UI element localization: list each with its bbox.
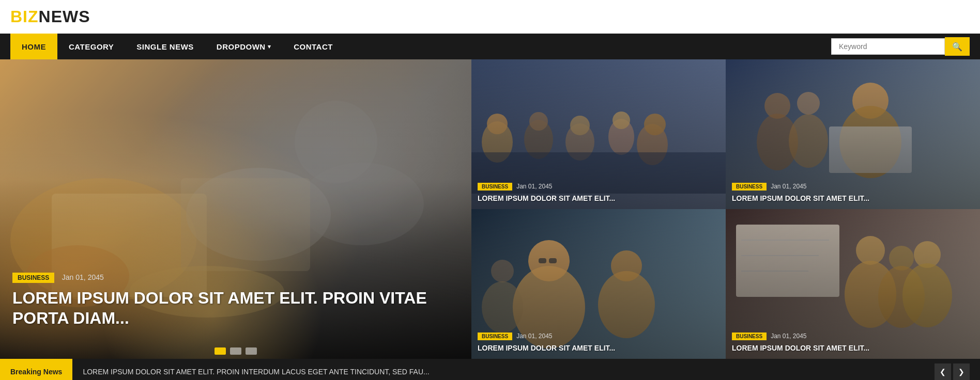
card-4-title: LOREM IPSUM DOLOR SIT AMET ELIT... [732, 343, 974, 353]
search-box: 🔍 [831, 37, 970, 56]
search-icon: 🔍 [952, 42, 962, 51]
breaking-news-bar: Breaking News LOREM IPSUM DOLOR SIT AMET… [0, 359, 980, 380]
nav-item-contact[interactable]: CONTACT [282, 34, 344, 59]
nav-links: HOME CATEGORY SINGLE NEWS DROPDOWN ▾ CON… [10, 34, 344, 59]
hero-date: Jan 01, 2045 [62, 273, 104, 281]
card-1-date: Jan 01, 2045 [516, 183, 552, 190]
card-2-badge: BUSINESS [732, 183, 767, 191]
card-1-badge: BUSINESS [478, 183, 512, 191]
card-2-text: BUSINESS Jan 01, 2045 LOREM IPSUM DOLOR … [732, 183, 974, 203]
news-card-1[interactable]: BUSINESS Jan 01, 2045 LOREM IPSUM DOLOR … [471, 59, 726, 209]
breaking-text: LOREM IPSUM DOLOR SIT AMET ELIT. PROIN I… [72, 368, 935, 376]
breaking-next-button[interactable]: ❯ [953, 363, 970, 380]
nav-item-dropdown[interactable]: DROPDOWN ▾ [205, 34, 282, 59]
navbar: HOME CATEGORY SINGLE NEWS DROPDOWN ▾ CON… [0, 34, 980, 59]
site-header: BIZNEWS [0, 0, 980, 34]
card-1-text: BUSINESS Jan 01, 2045 LOREM IPSUM DOLOR … [478, 183, 719, 203]
news-card-2[interactable]: BUSINESS Jan 01, 2045 LOREM IPSUM DOLOR … [726, 59, 980, 209]
slider-dots [215, 347, 257, 355]
hero-title: LOREM IPSUM DOLOR SIT AMET ELIT. PROIN V… [12, 288, 459, 328]
card-4-text: BUSINESS Jan 01, 2045 LOREM IPSUM DOLOR … [732, 332, 974, 353]
card-1-meta: BUSINESS Jan 01, 2045 [478, 183, 719, 191]
slider-dot-1[interactable] [215, 347, 226, 355]
svg-point-5 [295, 101, 377, 183]
card-3-meta: BUSINESS Jan 01, 2045 [478, 332, 719, 340]
nav-item-category[interactable]: CATEGORY [57, 34, 125, 59]
breaking-prev-button[interactable]: ❮ [935, 363, 951, 380]
site-logo[interactable]: BIZNEWS [10, 7, 90, 26]
card-4-badge: BUSINESS [732, 332, 767, 340]
card-4-date: Jan 01, 2045 [771, 332, 806, 340]
main-content: BUSINESS Jan 01, 2045 LOREM IPSUM DOLOR … [0, 59, 980, 359]
card-2-date: Jan 01, 2045 [771, 183, 806, 190]
slider-dot-3[interactable] [246, 347, 257, 355]
card-3-badge: BUSINESS [478, 332, 512, 340]
card-3-text: BUSINESS Jan 01, 2045 LOREM IPSUM DOLOR … [478, 332, 719, 353]
logo-news: NEWS [39, 7, 90, 26]
card-2-title: LOREM IPSUM DOLOR SIT AMET ELIT... [732, 194, 974, 203]
hero-slider[interactable]: BUSINESS Jan 01, 2045 LOREM IPSUM DOLOR … [0, 59, 471, 359]
card-3-title: LOREM IPSUM DOLOR SIT AMET ELIT... [478, 343, 719, 353]
hero-text: BUSINESS Jan 01, 2045 LOREM IPSUM DOLOR … [12, 273, 459, 328]
card-2-meta: BUSINESS Jan 01, 2045 [732, 183, 974, 191]
card-1-title: LOREM IPSUM DOLOR SIT AMET ELIT... [478, 194, 719, 203]
logo-biz: BIZ [10, 7, 39, 26]
hero-category-badge: BUSINESS [12, 273, 54, 283]
news-card-3[interactable]: BUSINESS Jan 01, 2045 LOREM IPSUM DOLOR … [471, 209, 726, 359]
slider-dot-2[interactable] [230, 347, 241, 355]
svg-rect-4 [181, 178, 310, 271]
dropdown-arrow-icon: ▾ [268, 43, 271, 50]
nav-item-single-news[interactable]: SINGLE NEWS [125, 34, 205, 59]
card-4-meta: BUSINESS Jan 01, 2045 [732, 332, 974, 340]
right-panel: BUSINESS Jan 01, 2045 LOREM IPSUM DOLOR … [471, 59, 980, 359]
hero-meta: BUSINESS Jan 01, 2045 [12, 273, 459, 283]
breaking-nav: ❮ ❯ [935, 363, 980, 380]
search-button[interactable]: 🔍 [945, 37, 970, 56]
card-3-date: Jan 01, 2045 [516, 332, 552, 340]
nav-item-home[interactable]: HOME [10, 34, 57, 59]
search-input[interactable] [831, 38, 945, 55]
breaking-label: Breaking News [0, 359, 72, 380]
news-card-4[interactable]: BUSINESS Jan 01, 2045 LOREM IPSUM DOLOR … [726, 209, 980, 359]
